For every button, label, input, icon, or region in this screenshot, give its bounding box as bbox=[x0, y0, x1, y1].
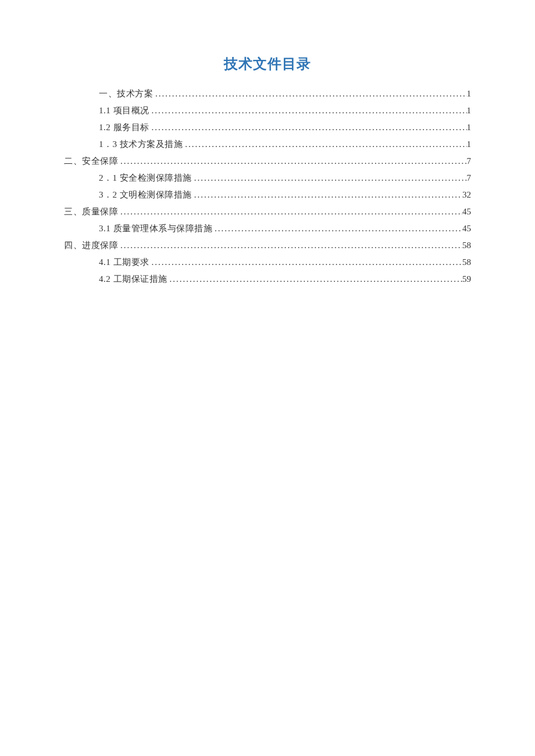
toc-page-number: 1 bbox=[467, 140, 472, 149]
toc-page-number: 1 bbox=[467, 89, 472, 98]
toc-page-number: 45 bbox=[462, 224, 471, 233]
toc-leader-dots bbox=[153, 89, 467, 98]
toc-label: 三、质量保障 bbox=[64, 207, 118, 216]
toc-label: 1.2 服务目标 bbox=[99, 123, 149, 132]
toc-label: 3．2 文明检测保障措施 bbox=[99, 191, 192, 199]
toc-leader-dots bbox=[118, 157, 467, 166]
toc-leader-dots bbox=[149, 258, 463, 267]
document-page: 技术文件目录 一、技术方案 1 1.1 项目概况 1 1.2 服务目标 1 1．… bbox=[0, 0, 535, 756]
toc-page-number: 7 bbox=[467, 174, 472, 182]
toc-label: 一、技术方案 bbox=[99, 89, 153, 98]
toc-leader-dots bbox=[118, 207, 462, 216]
toc-leader-dots bbox=[118, 241, 462, 250]
toc-page-number: 1 bbox=[467, 123, 472, 132]
toc-page-number: 58 bbox=[462, 241, 471, 250]
toc-leader-dots bbox=[149, 106, 467, 115]
toc-leader-dots bbox=[192, 191, 462, 199]
toc-page-number: 45 bbox=[462, 207, 471, 216]
document-title: 技术文件目录 bbox=[64, 55, 471, 73]
toc-entry: 1.2 服务目标 1 bbox=[64, 123, 471, 132]
toc-entry: 4.2 工期保证措施 59 bbox=[64, 275, 471, 284]
toc-entry: 2．1 安全检测保障措施 7 bbox=[64, 174, 471, 182]
toc-entry: 一、技术方案 1 bbox=[64, 89, 471, 98]
toc-label: 4.2 工期保证措施 bbox=[99, 275, 167, 284]
toc-label: 二、安全保障 bbox=[64, 157, 118, 166]
toc-leader-dots bbox=[149, 123, 467, 132]
toc-page-number: 58 bbox=[462, 258, 471, 267]
toc-entry: 1.1 项目概况 1 bbox=[64, 106, 471, 115]
toc-leader-dots bbox=[192, 174, 467, 182]
toc-entry: 3.1 质量管理体系与保障措施 45 bbox=[64, 224, 471, 233]
toc-page-number: 32 bbox=[462, 191, 471, 199]
toc-label: 3.1 质量管理体系与保障措施 bbox=[99, 224, 212, 233]
toc-label: 2．1 安全检测保障措施 bbox=[99, 174, 192, 182]
toc-label: 四、进度保障 bbox=[64, 241, 118, 250]
toc-entry: 三、质量保障 45 bbox=[64, 207, 471, 216]
toc-entry: 3．2 文明检测保障措施 32 bbox=[64, 191, 471, 199]
toc-label: 4.1 工期要求 bbox=[99, 258, 149, 267]
toc-page-number: 1 bbox=[467, 106, 472, 115]
toc-label: 1.1 项目概况 bbox=[99, 106, 149, 115]
toc-leader-dots bbox=[167, 275, 463, 284]
toc-entry: 四、进度保障 58 bbox=[64, 241, 471, 250]
table-of-contents: 一、技术方案 1 1.1 项目概况 1 1.2 服务目标 1 1．3 技术方案及… bbox=[64, 89, 471, 284]
toc-entry: 1．3 技术方案及措施 1 bbox=[64, 140, 471, 149]
toc-page-number: 59 bbox=[462, 275, 471, 284]
toc-leader-dots bbox=[183, 140, 466, 149]
toc-leader-dots bbox=[212, 224, 462, 233]
toc-entry: 4.1 工期要求 58 bbox=[64, 258, 471, 267]
toc-label: 1．3 技术方案及措施 bbox=[99, 140, 183, 149]
toc-page-number: 7 bbox=[467, 157, 472, 166]
toc-entry: 二、安全保障 7 bbox=[64, 157, 471, 166]
